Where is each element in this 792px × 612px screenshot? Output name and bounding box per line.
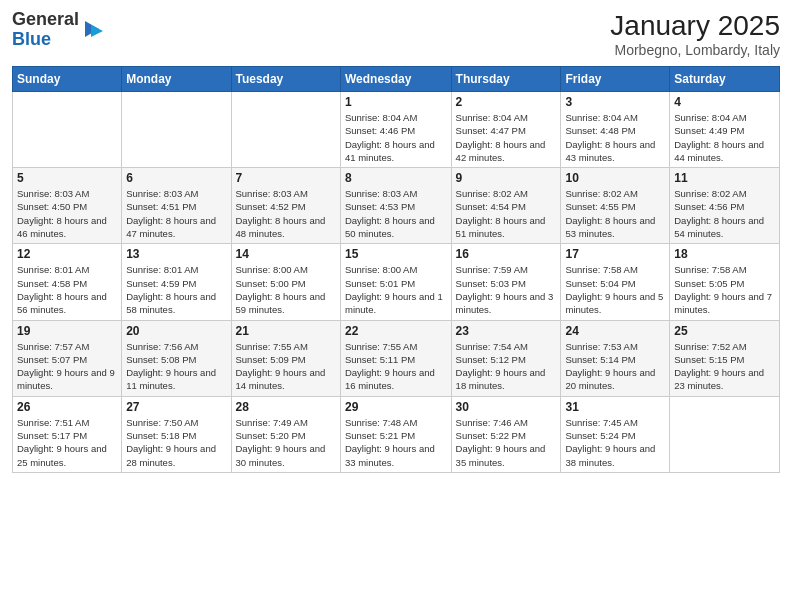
day-info: Sunrise: 7:58 AM Sunset: 5:05 PM Dayligh…	[674, 263, 775, 316]
logo: General Blue	[12, 10, 103, 50]
day-cell: 14Sunrise: 8:00 AM Sunset: 5:00 PM Dayli…	[231, 244, 340, 320]
col-header-sunday: Sunday	[13, 67, 122, 92]
day-number: 23	[456, 324, 557, 338]
day-number: 19	[17, 324, 117, 338]
day-info: Sunrise: 7:51 AM Sunset: 5:17 PM Dayligh…	[17, 416, 117, 469]
day-number: 21	[236, 324, 336, 338]
day-number: 1	[345, 95, 447, 109]
day-number: 13	[126, 247, 226, 261]
day-number: 18	[674, 247, 775, 261]
day-info: Sunrise: 8:04 AM Sunset: 4:46 PM Dayligh…	[345, 111, 447, 164]
day-number: 22	[345, 324, 447, 338]
day-cell: 18Sunrise: 7:58 AM Sunset: 5:05 PM Dayli…	[670, 244, 780, 320]
day-info: Sunrise: 8:02 AM Sunset: 4:54 PM Dayligh…	[456, 187, 557, 240]
week-row-3: 12Sunrise: 8:01 AM Sunset: 4:58 PM Dayli…	[13, 244, 780, 320]
day-number: 20	[126, 324, 226, 338]
day-info: Sunrise: 8:03 AM Sunset: 4:50 PM Dayligh…	[17, 187, 117, 240]
day-info: Sunrise: 7:55 AM Sunset: 5:09 PM Dayligh…	[236, 340, 336, 393]
day-cell: 13Sunrise: 8:01 AM Sunset: 4:59 PM Dayli…	[122, 244, 231, 320]
day-info: Sunrise: 8:04 AM Sunset: 4:48 PM Dayligh…	[565, 111, 665, 164]
day-number: 10	[565, 171, 665, 185]
day-number: 5	[17, 171, 117, 185]
day-cell	[122, 92, 231, 168]
day-info: Sunrise: 8:00 AM Sunset: 5:01 PM Dayligh…	[345, 263, 447, 316]
day-cell: 6Sunrise: 8:03 AM Sunset: 4:51 PM Daylig…	[122, 168, 231, 244]
logo-blue-text: Blue	[12, 29, 51, 49]
day-info: Sunrise: 7:55 AM Sunset: 5:11 PM Dayligh…	[345, 340, 447, 393]
location: Morbegno, Lombardy, Italy	[610, 42, 780, 58]
day-info: Sunrise: 7:49 AM Sunset: 5:20 PM Dayligh…	[236, 416, 336, 469]
day-cell: 22Sunrise: 7:55 AM Sunset: 5:11 PM Dayli…	[340, 320, 451, 396]
day-number: 17	[565, 247, 665, 261]
day-info: Sunrise: 7:50 AM Sunset: 5:18 PM Dayligh…	[126, 416, 226, 469]
day-cell	[670, 396, 780, 472]
day-cell: 5Sunrise: 8:03 AM Sunset: 4:50 PM Daylig…	[13, 168, 122, 244]
day-cell: 11Sunrise: 8:02 AM Sunset: 4:56 PM Dayli…	[670, 168, 780, 244]
title-block: January 2025 Morbegno, Lombardy, Italy	[610, 10, 780, 58]
day-info: Sunrise: 8:04 AM Sunset: 4:49 PM Dayligh…	[674, 111, 775, 164]
day-cell: 19Sunrise: 7:57 AM Sunset: 5:07 PM Dayli…	[13, 320, 122, 396]
day-cell: 3Sunrise: 8:04 AM Sunset: 4:48 PM Daylig…	[561, 92, 670, 168]
col-header-saturday: Saturday	[670, 67, 780, 92]
day-info: Sunrise: 7:53 AM Sunset: 5:14 PM Dayligh…	[565, 340, 665, 393]
day-number: 29	[345, 400, 447, 414]
day-cell: 25Sunrise: 7:52 AM Sunset: 5:15 PM Dayli…	[670, 320, 780, 396]
day-info: Sunrise: 7:57 AM Sunset: 5:07 PM Dayligh…	[17, 340, 117, 393]
col-header-monday: Monday	[122, 67, 231, 92]
day-cell: 2Sunrise: 8:04 AM Sunset: 4:47 PM Daylig…	[451, 92, 561, 168]
day-cell: 23Sunrise: 7:54 AM Sunset: 5:12 PM Dayli…	[451, 320, 561, 396]
day-cell: 8Sunrise: 8:03 AM Sunset: 4:53 PM Daylig…	[340, 168, 451, 244]
day-number: 9	[456, 171, 557, 185]
col-header-thursday: Thursday	[451, 67, 561, 92]
day-info: Sunrise: 7:58 AM Sunset: 5:04 PM Dayligh…	[565, 263, 665, 316]
calendar-table: SundayMondayTuesdayWednesdayThursdayFrid…	[12, 66, 780, 473]
calendar-container: General Blue January 2025 Morbegno, Lomb…	[0, 0, 792, 612]
day-number: 6	[126, 171, 226, 185]
week-row-2: 5Sunrise: 8:03 AM Sunset: 4:50 PM Daylig…	[13, 168, 780, 244]
day-info: Sunrise: 8:04 AM Sunset: 4:47 PM Dayligh…	[456, 111, 557, 164]
day-cell: 10Sunrise: 8:02 AM Sunset: 4:55 PM Dayli…	[561, 168, 670, 244]
day-info: Sunrise: 8:03 AM Sunset: 4:53 PM Dayligh…	[345, 187, 447, 240]
day-number: 2	[456, 95, 557, 109]
day-cell: 4Sunrise: 8:04 AM Sunset: 4:49 PM Daylig…	[670, 92, 780, 168]
day-cell: 24Sunrise: 7:53 AM Sunset: 5:14 PM Dayli…	[561, 320, 670, 396]
day-number: 7	[236, 171, 336, 185]
day-cell: 21Sunrise: 7:55 AM Sunset: 5:09 PM Dayli…	[231, 320, 340, 396]
svg-marker-1	[91, 25, 103, 37]
week-row-5: 26Sunrise: 7:51 AM Sunset: 5:17 PM Dayli…	[13, 396, 780, 472]
day-number: 14	[236, 247, 336, 261]
day-number: 24	[565, 324, 665, 338]
day-info: Sunrise: 8:03 AM Sunset: 4:51 PM Dayligh…	[126, 187, 226, 240]
month-title: January 2025	[610, 10, 780, 42]
day-info: Sunrise: 8:02 AM Sunset: 4:56 PM Dayligh…	[674, 187, 775, 240]
day-info: Sunrise: 7:54 AM Sunset: 5:12 PM Dayligh…	[456, 340, 557, 393]
day-cell: 30Sunrise: 7:46 AM Sunset: 5:22 PM Dayli…	[451, 396, 561, 472]
header: General Blue January 2025 Morbegno, Lomb…	[12, 10, 780, 58]
day-number: 16	[456, 247, 557, 261]
day-info: Sunrise: 7:45 AM Sunset: 5:24 PM Dayligh…	[565, 416, 665, 469]
week-row-1: 1Sunrise: 8:04 AM Sunset: 4:46 PM Daylig…	[13, 92, 780, 168]
day-info: Sunrise: 7:46 AM Sunset: 5:22 PM Dayligh…	[456, 416, 557, 469]
week-row-4: 19Sunrise: 7:57 AM Sunset: 5:07 PM Dayli…	[13, 320, 780, 396]
day-number: 4	[674, 95, 775, 109]
logo-icon	[81, 19, 103, 41]
day-info: Sunrise: 8:01 AM Sunset: 4:58 PM Dayligh…	[17, 263, 117, 316]
day-cell: 26Sunrise: 7:51 AM Sunset: 5:17 PM Dayli…	[13, 396, 122, 472]
day-cell: 16Sunrise: 7:59 AM Sunset: 5:03 PM Dayli…	[451, 244, 561, 320]
col-header-wednesday: Wednesday	[340, 67, 451, 92]
day-cell: 7Sunrise: 8:03 AM Sunset: 4:52 PM Daylig…	[231, 168, 340, 244]
day-info: Sunrise: 7:59 AM Sunset: 5:03 PM Dayligh…	[456, 263, 557, 316]
day-number: 25	[674, 324, 775, 338]
day-number: 28	[236, 400, 336, 414]
day-info: Sunrise: 8:01 AM Sunset: 4:59 PM Dayligh…	[126, 263, 226, 316]
day-cell: 17Sunrise: 7:58 AM Sunset: 5:04 PM Dayli…	[561, 244, 670, 320]
day-cell	[231, 92, 340, 168]
day-cell: 31Sunrise: 7:45 AM Sunset: 5:24 PM Dayli…	[561, 396, 670, 472]
col-header-tuesday: Tuesday	[231, 67, 340, 92]
day-info: Sunrise: 7:56 AM Sunset: 5:08 PM Dayligh…	[126, 340, 226, 393]
day-cell: 20Sunrise: 7:56 AM Sunset: 5:08 PM Dayli…	[122, 320, 231, 396]
day-number: 31	[565, 400, 665, 414]
day-info: Sunrise: 7:52 AM Sunset: 5:15 PM Dayligh…	[674, 340, 775, 393]
day-info: Sunrise: 7:48 AM Sunset: 5:21 PM Dayligh…	[345, 416, 447, 469]
col-header-friday: Friday	[561, 67, 670, 92]
